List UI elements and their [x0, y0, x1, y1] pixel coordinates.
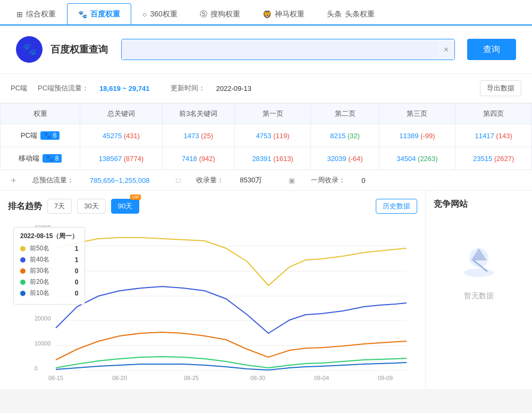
page3-value: 34504: [396, 155, 416, 163]
legend-label: 前50名: [30, 244, 49, 253]
table-row: 移动端 🐾 8 138567 (8774) 7418 (942) 28391 (…: [1, 147, 532, 170]
btn-90days[interactable]: 90天 VIP: [111, 199, 139, 214]
row-type-label: PC端: [21, 131, 37, 140]
page4-change: (143): [496, 132, 512, 140]
stats-bar: PC端 PC端预估流量： 18,619 ~ 29,741 更新时间： 2022-…: [0, 74, 532, 103]
col-total-kw: 总关键词: [80, 104, 163, 124]
chart-header: 排名趋势 7天 30天 90天 VIP 历史数据: [8, 199, 417, 214]
tab-bar: ⊞ 综合权重 🐾 百度权重 ○ 360权重 Ⓢ 搜狗权重 🦁 神马权重 头条 头…: [0, 0, 532, 26]
tab-baidu[interactable]: 🐾 百度权重: [67, 3, 131, 24]
baidu-icon: 🐾: [78, 10, 87, 19]
legend-label: 前30名: [30, 266, 49, 275]
legend-item: 前50名 1: [20, 244, 78, 253]
search-button[interactable]: 查询: [467, 39, 516, 60]
cell-top3: 1473 (25): [162, 124, 234, 147]
total-kw-change: (8774): [124, 155, 144, 163]
legend-color-dot: [20, 257, 26, 263]
legend-value: 0: [75, 279, 79, 286]
legend-value: 0: [75, 290, 79, 297]
col-weight: 权重: [1, 104, 80, 124]
page3-change: (-99): [420, 132, 435, 140]
no-data-area: 暂无数据: [434, 218, 524, 324]
svg-text:09-09: 09-09: [378, 375, 393, 381]
cell-total-kw: 45275 (431): [80, 124, 163, 147]
indexed-label: 收录量：: [196, 175, 224, 185]
top3-value: 1473: [183, 132, 199, 140]
tab-shenma[interactable]: 🦁 神马权重: [251, 3, 316, 24]
cell-page2: 8215 (32): [311, 124, 379, 147]
clear-icon[interactable]: ✕: [438, 39, 454, 60]
btn-30days[interactable]: 30天: [77, 199, 105, 214]
legend-label: 前20名: [30, 277, 49, 286]
legend-label: 前40名: [30, 255, 49, 264]
plane-icon: ✈: [11, 176, 16, 184]
tab-label: 神马权重: [275, 10, 305, 19]
col-page1: 第一页: [234, 104, 311, 124]
update-value: 2022-09-13: [216, 85, 251, 92]
vip-badge: VIP: [130, 195, 141, 200]
traffic-label: PC端预估流量：: [38, 83, 89, 93]
page4-change: (2627): [494, 155, 514, 163]
baidu-logo: 🐾: [16, 36, 43, 63]
page1-change: (1613): [273, 155, 293, 163]
legend-item: 前10名 0: [20, 289, 78, 298]
history-data-button[interactable]: 历史数据: [376, 199, 417, 214]
legend-item: 前30名 0: [20, 266, 78, 275]
tab-zonghe[interactable]: ⊞ 综合权重: [5, 3, 67, 24]
page1-value: 4753: [256, 132, 272, 140]
chart-title: 排名趋势: [8, 201, 42, 212]
indexed-value: 8530万: [240, 175, 262, 185]
legend-label: 前10名: [30, 289, 49, 298]
svg-text:09-04: 09-04: [314, 375, 329, 381]
cell-page1: 28391 (1613): [234, 147, 311, 170]
page2-change: (-64): [348, 155, 362, 163]
tab-label: 百度权重: [90, 10, 120, 19]
no-data-text: 暂无数据: [464, 291, 494, 301]
circle-icon: ○: [142, 10, 147, 19]
svg-text:08-30: 08-30: [250, 375, 265, 381]
page4-value: 11417: [475, 132, 494, 140]
legend-value: 0: [75, 267, 79, 275]
page3-change: (2263): [418, 155, 438, 163]
svg-text:0: 0: [35, 365, 38, 372]
page2-value: 32039: [327, 155, 346, 163]
no-data-icon: [458, 242, 500, 286]
legend-value: 1: [75, 245, 79, 252]
tab-sougou[interactable]: Ⓢ 搜狗权重: [189, 3, 251, 24]
legend-value: 1: [75, 256, 79, 264]
total-traffic-value: 785,656~1,255,008: [90, 176, 149, 184]
page1-change: (119): [273, 132, 289, 140]
tab-360[interactable]: ○ 360权重: [131, 3, 189, 24]
cell-top3: 7418 (942): [162, 147, 234, 170]
col-page4: 第四页: [455, 104, 532, 124]
btn-7days[interactable]: 7天: [47, 199, 72, 214]
legend-date: 2022-08-15（周一）: [20, 232, 78, 241]
extra-stats-bar: ✈ 总预估流量： 785,656~1,255,008 □ 收录量： 8530万 …: [0, 170, 532, 191]
svg-text:08-20: 08-20: [112, 375, 127, 381]
total-kw-change: (431): [124, 132, 140, 140]
svg-text:08-15: 08-15: [48, 375, 63, 381]
page4-value: 23515: [473, 155, 492, 163]
tab-label: 搜狗权重: [210, 10, 240, 19]
weekly-value: 0: [361, 176, 365, 184]
legend-item: 前40名 1: [20, 255, 78, 264]
cell-weight: 移动端 🐾 8: [1, 147, 80, 170]
table-row: PC端 🐾 6 45275 (431) 1473 (25) 4753 (119): [1, 124, 532, 147]
badge-num: 6: [53, 132, 57, 139]
search-title: 百度权重查询: [50, 43, 108, 56]
legend-color-dot: [20, 280, 26, 285]
export-button[interactable]: 导出数据: [480, 80, 521, 96]
grid-icon: ⊞: [16, 10, 23, 19]
svg-text:10000: 10000: [35, 340, 51, 347]
cell-page2: 32039 (-64): [311, 147, 379, 170]
cell-page3: 11389 (-99): [379, 124, 455, 147]
tab-toutiao[interactable]: 头条 头条权重: [316, 3, 386, 24]
chart-right: 竞争网站 暂无数据: [426, 191, 532, 389]
total-kw-value: 138567: [99, 155, 122, 163]
search-input[interactable]: [122, 39, 438, 60]
weight-badge: 🐾 6: [40, 131, 60, 140]
chart-legend: 2022-08-15（周一） 前50名 1 前40名 1 前30名 0 前20名…: [13, 227, 85, 305]
top3-change: (25): [201, 132, 213, 140]
top3-value: 7418: [182, 155, 197, 163]
cell-weight: PC端 🐾 6: [1, 124, 80, 147]
